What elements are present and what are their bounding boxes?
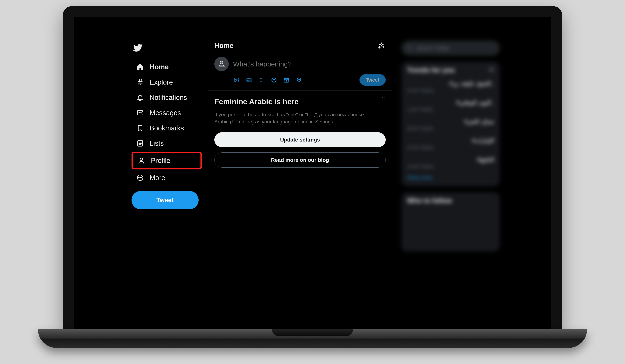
more-circle-icon: [136, 174, 144, 182]
sidebar-item-label: Profile: [151, 157, 170, 164]
svg-point-7: [220, 61, 223, 64]
composer: [208, 56, 392, 74]
search-placeholder: Search Twitter: [416, 45, 450, 51]
trend-meta: 19.3K Tweets: [407, 145, 494, 150]
who-to-follow-title: Who to follow: [407, 197, 452, 205]
svg-point-16: [298, 79, 300, 80]
who-to-follow-panel: Who to follow: [402, 192, 500, 251]
trend-name: #الإمارات: [407, 137, 494, 144]
svg-point-9: [235, 79, 236, 80]
show-more-link[interactable]: Show more: [407, 175, 494, 181]
trend-item[interactable]: #الشيخ_خليفة_بن_18.3K Tweets: [407, 80, 494, 93]
trend-meta: 18.3K Tweets: [407, 88, 494, 93]
sparkle-icon[interactable]: [377, 41, 386, 50]
svg-point-6: [141, 177, 142, 178]
poll-icon[interactable]: [258, 77, 265, 84]
main-header: Home: [208, 34, 392, 56]
sidebar-item-lists[interactable]: Lists: [131, 136, 202, 151]
main-column: Home: [208, 34, 392, 329]
twitter-app: HomeExploreNotificationsMessagesBookmark…: [74, 17, 551, 329]
read-more-button[interactable]: Read more on our blog: [214, 152, 386, 168]
sidebar-item-notifications[interactable]: Notifications: [131, 90, 202, 105]
emoji-icon[interactable]: [271, 77, 277, 84]
sidebar-item-label: Notifications: [150, 94, 187, 101]
sidebar-item-label: Explore: [150, 79, 173, 86]
laptop-base: [38, 329, 587, 348]
trend-name: #صباح_الخير: [407, 118, 494, 125]
compose-toolbar: GIF Tweet: [208, 74, 392, 90]
trend-name: #اليوم_الوطني_: [407, 99, 494, 106]
sidebar-item-label: Lists: [150, 140, 164, 147]
compose-input[interactable]: [233, 57, 386, 74]
trend-meta: 14.5K Tweets: [407, 164, 494, 169]
sidebar-item-messages[interactable]: Messages: [131, 105, 202, 121]
trend-name: #الشيخ_خليفة_بن_: [407, 80, 494, 87]
svg-point-13: [273, 79, 274, 80]
twitter-logo-icon[interactable]: [133, 43, 202, 53]
compose-tweet-button[interactable]: Tweet: [359, 74, 386, 86]
promo-card: ··· Feminine Arabic is here If you prefe…: [208, 91, 392, 173]
schedule-icon[interactable]: [283, 77, 290, 84]
svg-point-12: [272, 78, 276, 82]
laptop-bezel: HomeExploreNotificationsMessagesBookmark…: [63, 6, 562, 329]
sidebar-item-label: Messages: [150, 109, 181, 116]
sidebar-item-bookmarks[interactable]: Bookmarks: [131, 121, 202, 136]
gear-icon[interactable]: [489, 66, 494, 74]
sidebar-item-home[interactable]: Home: [131, 59, 202, 75]
trends-panel: Trends for you #الشيخ_خليفة_بن_18.3K Twe…: [402, 62, 500, 186]
sidebar-item-label: Home: [150, 63, 169, 70]
location-icon[interactable]: [295, 77, 302, 84]
sidebar-nav: HomeExploreNotificationsMessagesBookmark…: [131, 59, 202, 185]
sidebar-item-label: More: [150, 174, 165, 181]
svg-point-5: [140, 177, 140, 178]
trend-meta: 1,282 Tweets: [407, 107, 494, 112]
image-icon[interactable]: [233, 77, 240, 84]
envelope-icon: [136, 109, 144, 117]
page-title: Home: [214, 42, 233, 49]
promo-title: Feminine Arabic is here: [214, 97, 386, 106]
more-icon[interactable]: ···: [379, 93, 386, 100]
laptop-mockup: HomeExploreNotificationsMessagesBookmark…: [38, 0, 587, 348]
list-icon: [136, 139, 144, 148]
person-icon: [137, 156, 146, 165]
tweet-button[interactable]: Tweet: [131, 191, 199, 209]
trend-item[interactable]: #الإمارات19.3K Tweets: [407, 137, 494, 150]
search-icon: [407, 45, 412, 51]
promo-body: If you prefer to be addressed as "she" o…: [214, 111, 374, 125]
trends-title: Trends for you: [407, 66, 455, 74]
trend-name: #الخليج: [407, 156, 494, 163]
trend-meta: 48.9K Tweets: [407, 126, 494, 131]
svg-point-14: [275, 79, 275, 80]
highlight-annotation: Profile: [131, 152, 202, 169]
home-icon: [136, 63, 144, 71]
search-input[interactable]: Search Twitter: [402, 41, 500, 56]
sidebar: HomeExploreNotificationsMessagesBookmark…: [119, 34, 208, 329]
sidebar-item-explore[interactable]: Explore: [131, 75, 202, 90]
sidebar-item-more[interactable]: More: [131, 170, 202, 185]
svg-point-2: [140, 158, 143, 160]
sidebar-item-label: Bookmarks: [150, 125, 184, 131]
avatar[interactable]: [214, 57, 229, 71]
bookmark-icon: [136, 124, 144, 132]
bell-icon: [136, 93, 144, 102]
sidebar-item-profile[interactable]: Profile: [133, 153, 200, 168]
svg-text:GIF: GIF: [247, 79, 250, 81]
laptop-screen: HomeExploreNotificationsMessagesBookmark…: [74, 17, 551, 329]
update-settings-button[interactable]: Update settings: [214, 132, 386, 147]
svg-point-4: [139, 177, 139, 178]
trend-item[interactable]: #اليوم_الوطني_1,282 Tweets: [407, 99, 494, 112]
hashtag-icon: [136, 78, 144, 87]
gif-icon[interactable]: GIF: [246, 77, 252, 84]
svg-point-18: [491, 69, 492, 70]
trend-item[interactable]: #صباح_الخير48.9K Tweets: [407, 118, 494, 131]
trend-item[interactable]: #الخليج14.5K Tweets: [407, 156, 494, 169]
laptop-notch: [272, 329, 353, 336]
svg-point-17: [408, 46, 411, 49]
right-column: Search Twitter Trends for you #الشيخ_خلي…: [392, 34, 506, 329]
